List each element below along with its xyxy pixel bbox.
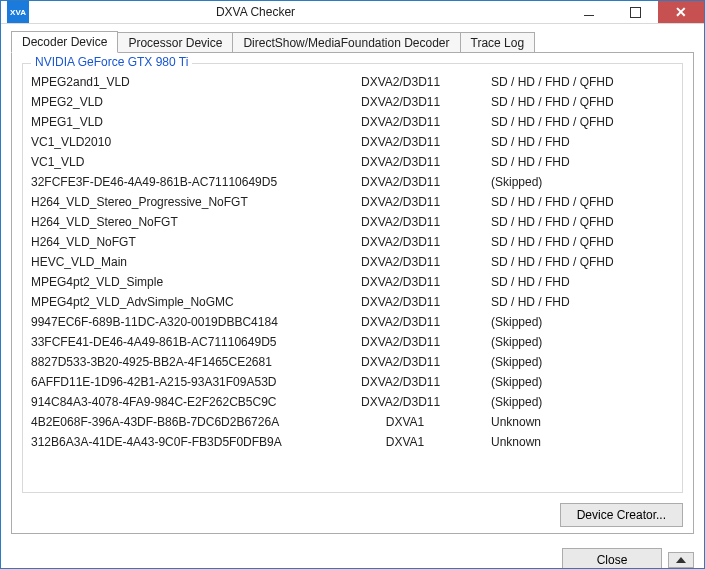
tab-decoder-device[interactable]: Decoder Device (11, 31, 118, 53)
decoder-api: DXVA2/D3D11 (359, 332, 489, 352)
table-row[interactable]: 6AFFD11E-1D96-42B1-A215-93A31F09A53DDXVA… (29, 372, 676, 392)
decoder-resolution: SD / HD / FHD / QFHD (489, 72, 676, 92)
device-creator-button[interactable]: Device Creator... (560, 503, 683, 527)
decoder-name: VC1_VLD2010 (29, 132, 359, 152)
decoder-api: DXVA2/D3D11 (359, 352, 489, 372)
decoder-name: H264_VLD_Stereo_Progressive_NoFGT (29, 192, 359, 212)
decoder-api: DXVA1 (359, 412, 489, 432)
tab-directshow-mediafoundation-decoder[interactable]: DirectShow/MediaFoundation Decoder (232, 32, 460, 54)
table-row[interactable]: 914C84A3-4078-4FA9-984C-E2F262CB5C9CDXVA… (29, 392, 676, 412)
table-row[interactable]: MPEG1_VLDDXVA2/D3D11SD / HD / FHD / QFHD (29, 112, 676, 132)
decoder-resolution: SD / HD / FHD (489, 152, 676, 172)
decoder-api: DXVA2/D3D11 (359, 312, 489, 332)
decoder-resolution: SD / HD / FHD / QFHD (489, 92, 676, 112)
triangle-up-icon (676, 557, 686, 563)
decoder-resolution: SD / HD / FHD / QFHD (489, 232, 676, 252)
titlebar: XVA DXVA Checker ✕ (1, 1, 704, 24)
close-button[interactable]: Close (562, 548, 662, 569)
footer: Close (1, 540, 704, 569)
decoder-api: DXVA2/D3D11 (359, 372, 489, 392)
decoder-resolution: SD / HD / FHD (489, 272, 676, 292)
table-row[interactable]: HEVC_VLD_MainDXVA2/D3D11SD / HD / FHD / … (29, 252, 676, 272)
decoder-resolution: Unknown (489, 432, 676, 452)
table-row[interactable]: 32FCFE3F-DE46-4A49-861B-AC71110649D5DXVA… (29, 172, 676, 192)
decoder-api: DXVA2/D3D11 (359, 72, 489, 92)
decoder-name: 9947EC6F-689B-11DC-A320-0019DBBC4184 (29, 312, 359, 332)
table-row[interactable]: H264_VLD_NoFGTDXVA2/D3D11SD / HD / FHD /… (29, 232, 676, 252)
decoder-name: HEVC_VLD_Main (29, 252, 359, 272)
decoder-api: DXVA2/D3D11 (359, 292, 489, 312)
decoder-name: 33FCFE41-DE46-4A49-861B-AC71110649D5 (29, 332, 359, 352)
decoder-api: DXVA2/D3D11 (359, 192, 489, 212)
table-row[interactable]: 33FCFE41-DE46-4A49-861B-AC71110649D5DXVA… (29, 332, 676, 352)
tabstrip: Decoder DeviceProcessor DeviceDirectShow… (1, 24, 704, 52)
minimize-button[interactable] (566, 1, 612, 23)
decoder-resolution: (Skipped) (489, 372, 676, 392)
decoder-resolution: SD / HD / FHD (489, 132, 676, 152)
tab-content: NVIDIA GeForce GTX 980 Ti MPEG2and1_VLDD… (11, 52, 694, 534)
decoder-api: DXVA2/D3D11 (359, 92, 489, 112)
decoder-api: DXVA2/D3D11 (359, 232, 489, 252)
expand-button[interactable] (668, 552, 694, 568)
decoder-resolution: (Skipped) (489, 392, 676, 412)
device-name-label: NVIDIA GeForce GTX 980 Ti (31, 55, 192, 69)
decoder-resolution: (Skipped) (489, 332, 676, 352)
decoder-resolution: SD / HD / FHD (489, 292, 676, 312)
decoder-api: DXVA2/D3D11 (359, 212, 489, 232)
table-row[interactable]: H264_VLD_Stereo_NoFGTDXVA2/D3D11SD / HD … (29, 212, 676, 232)
decoder-name: MPEG4pt2_VLD_AdvSimple_NoGMC (29, 292, 359, 312)
decoder-table: MPEG2and1_VLDDXVA2/D3D11SD / HD / FHD / … (29, 72, 676, 452)
device-groupbox: NVIDIA GeForce GTX 980 Ti MPEG2and1_VLDD… (22, 63, 683, 493)
decoder-name: 312B6A3A-41DE-4A43-9C0F-FB3D5F0DFB9A (29, 432, 359, 452)
decoder-api: DXVA2/D3D11 (359, 112, 489, 132)
decoder-api: DXVA2/D3D11 (359, 132, 489, 152)
decoder-api: DXVA2/D3D11 (359, 172, 489, 192)
tab-trace-log[interactable]: Trace Log (460, 32, 536, 54)
table-row[interactable]: 9947EC6F-689B-11DC-A320-0019DBBC4184DXVA… (29, 312, 676, 332)
decoder-name: MPEG2and1_VLD (29, 72, 359, 92)
app-icon: XVA (7, 1, 29, 23)
window-title: DXVA Checker (35, 5, 566, 19)
table-row[interactable]: 8827D533-3B20-4925-BB2A-4F1465CE2681DXVA… (29, 352, 676, 372)
decoder-resolution: SD / HD / FHD / QFHD (489, 192, 676, 212)
decoder-resolution: Unknown (489, 412, 676, 432)
decoder-resolution: (Skipped) (489, 312, 676, 332)
tab-processor-device[interactable]: Processor Device (117, 32, 233, 54)
decoder-name: MPEG1_VLD (29, 112, 359, 132)
table-row[interactable]: VC1_VLDDXVA2/D3D11SD / HD / FHD (29, 152, 676, 172)
table-row[interactable]: H264_VLD_Stereo_Progressive_NoFGTDXVA2/D… (29, 192, 676, 212)
table-row[interactable]: VC1_VLD2010DXVA2/D3D11SD / HD / FHD (29, 132, 676, 152)
decoder-resolution: SD / HD / FHD / QFHD (489, 252, 676, 272)
decoder-name: MPEG4pt2_VLD_Simple (29, 272, 359, 292)
decoder-name: H264_VLD_NoFGT (29, 232, 359, 252)
table-row[interactable]: 4B2E068F-396A-43DF-B86B-7DC6D2B6726ADXVA… (29, 412, 676, 432)
decoder-name: 8827D533-3B20-4925-BB2A-4F1465CE2681 (29, 352, 359, 372)
decoder-api: DXVA2/D3D11 (359, 392, 489, 412)
decoder-name: VC1_VLD (29, 152, 359, 172)
device-creator-row: Device Creator... (22, 503, 683, 527)
decoder-resolution: SD / HD / FHD / QFHD (489, 212, 676, 232)
table-row[interactable]: MPEG2_VLDDXVA2/D3D11SD / HD / FHD / QFHD (29, 92, 676, 112)
decoder-resolution: (Skipped) (489, 172, 676, 192)
table-row[interactable]: MPEG2and1_VLDDXVA2/D3D11SD / HD / FHD / … (29, 72, 676, 92)
decoder-api: DXVA2/D3D11 (359, 152, 489, 172)
decoder-api: DXVA1 (359, 432, 489, 452)
decoder-resolution: SD / HD / FHD / QFHD (489, 112, 676, 132)
decoder-name: 32FCFE3F-DE46-4A49-861B-AC71110649D5 (29, 172, 359, 192)
table-row[interactable]: 312B6A3A-41DE-4A43-9C0F-FB3D5F0DFB9ADXVA… (29, 432, 676, 452)
decoder-name: 914C84A3-4078-4FA9-984C-E2F262CB5C9C (29, 392, 359, 412)
table-row[interactable]: MPEG4pt2_VLD_AdvSimple_NoGMCDXVA2/D3D11S… (29, 292, 676, 312)
table-row[interactable]: MPEG4pt2_VLD_SimpleDXVA2/D3D11SD / HD / … (29, 272, 676, 292)
decoder-name: 6AFFD11E-1D96-42B1-A215-93A31F09A53D (29, 372, 359, 392)
decoder-api: DXVA2/D3D11 (359, 252, 489, 272)
window-controls: ✕ (566, 1, 704, 23)
maximize-button[interactable] (612, 1, 658, 23)
decoder-name: MPEG2_VLD (29, 92, 359, 112)
decoder-resolution: (Skipped) (489, 352, 676, 372)
decoder-name: H264_VLD_Stereo_NoFGT (29, 212, 359, 232)
decoder-name: 4B2E068F-396A-43DF-B86B-7DC6D2B6726A (29, 412, 359, 432)
close-window-button[interactable]: ✕ (658, 1, 704, 23)
decoder-api: DXVA2/D3D11 (359, 272, 489, 292)
